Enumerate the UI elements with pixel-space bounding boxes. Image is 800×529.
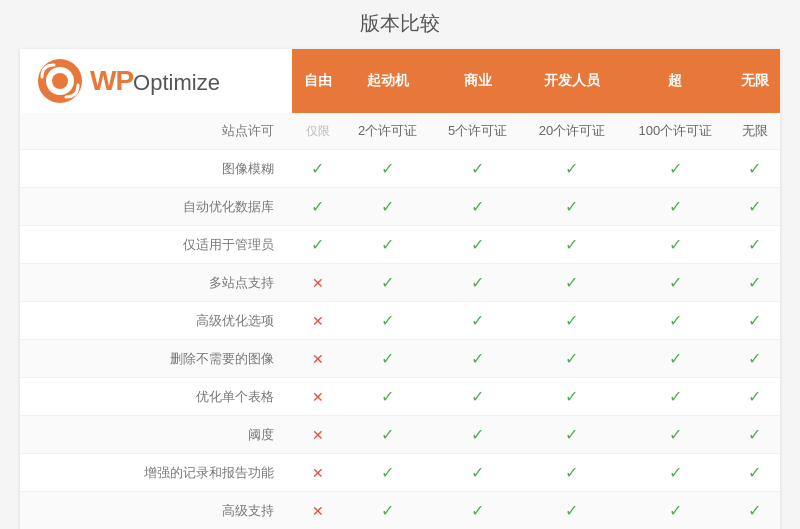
check-icon: ✓ <box>565 236 578 253</box>
cell-7-2: ✓ <box>433 378 523 416</box>
check-icon: ✓ <box>565 160 578 177</box>
feature-label: 自动优化数据库 <box>20 188 292 226</box>
cell-0-5: 无限 <box>730 113 781 150</box>
cell-6-5: ✓ <box>730 340 781 378</box>
check-icon: ✓ <box>381 464 394 481</box>
check-icon: ✓ <box>748 236 761 253</box>
table-row: 仅适用于管理员✓✓✓✓✓✓ <box>20 226 780 264</box>
cell-1-4: ✓ <box>621 150 729 188</box>
cell-2-2: ✓ <box>433 188 523 226</box>
logo-cell: WPOptimize <box>20 49 292 113</box>
cell-3-5: ✓ <box>730 226 781 264</box>
cross-icon: ✕ <box>312 427 324 443</box>
check-icon: ✓ <box>669 160 682 177</box>
check-icon: ✓ <box>311 160 324 177</box>
cell-10-5: ✓ <box>730 492 781 530</box>
cell-4-3: ✓ <box>522 264 621 302</box>
check-icon: ✓ <box>669 464 682 481</box>
check-icon: ✓ <box>748 312 761 329</box>
table-row: 自动优化数据库✓✓✓✓✓✓ <box>20 188 780 226</box>
check-icon: ✓ <box>471 426 484 443</box>
cell-8-0: ✕ <box>292 416 342 454</box>
feature-label: 增强的记录和报告功能 <box>20 454 292 492</box>
cell-10-0: ✕ <box>292 492 342 530</box>
cell-7-3: ✓ <box>522 378 621 416</box>
check-icon: ✓ <box>471 502 484 519</box>
page-title: 版本比较 <box>20 10 780 37</box>
cell-4-5: ✓ <box>730 264 781 302</box>
check-icon: ✓ <box>748 350 761 367</box>
check-icon: ✓ <box>669 502 682 519</box>
table-row: 图像模糊✓✓✓✓✓✓ <box>20 150 780 188</box>
check-icon: ✓ <box>748 464 761 481</box>
col-header-3: 开发人员 <box>522 49 621 113</box>
cell-3-0: ✓ <box>292 226 342 264</box>
cell-8-3: ✓ <box>522 416 621 454</box>
feature-label: 图像模糊 <box>20 150 292 188</box>
cell-3-2: ✓ <box>433 226 523 264</box>
check-icon: ✓ <box>471 274 484 291</box>
feature-label: 阈度 <box>20 416 292 454</box>
check-icon: ✓ <box>565 464 578 481</box>
cell-0-4: 100个许可证 <box>621 113 729 150</box>
check-icon: ✓ <box>748 388 761 405</box>
cell-6-1: ✓ <box>343 340 433 378</box>
page-container: 版本比较 WPOptimize <box>20 10 780 529</box>
col-header-5: 无限 <box>730 49 781 113</box>
cell-0-3: 20个许可证 <box>522 113 621 150</box>
cell-9-2: ✓ <box>433 454 523 492</box>
cell-6-3: ✓ <box>522 340 621 378</box>
check-icon: ✓ <box>565 274 578 291</box>
cell-9-0: ✕ <box>292 454 342 492</box>
check-icon: ✓ <box>669 198 682 215</box>
check-icon: ✓ <box>669 426 682 443</box>
feature-label: 高级优化选项 <box>20 302 292 340</box>
check-icon: ✓ <box>565 312 578 329</box>
check-icon: ✓ <box>381 236 394 253</box>
check-icon: ✓ <box>311 198 324 215</box>
check-icon: ✓ <box>381 160 394 177</box>
check-icon: ✓ <box>381 388 394 405</box>
cell-3-3: ✓ <box>522 226 621 264</box>
cell-9-1: ✓ <box>343 454 433 492</box>
cell-7-5: ✓ <box>730 378 781 416</box>
feature-label: 优化单个表格 <box>20 378 292 416</box>
cell-7-4: ✓ <box>621 378 729 416</box>
svg-point-2 <box>52 73 68 89</box>
cell-4-0: ✕ <box>292 264 342 302</box>
logo-wp: WP <box>90 65 133 97</box>
feature-label: 高级支持 <box>20 492 292 530</box>
cell-9-5: ✓ <box>730 454 781 492</box>
check-icon: ✓ <box>381 426 394 443</box>
check-icon: ✓ <box>381 350 394 367</box>
check-icon: ✓ <box>471 160 484 177</box>
check-icon: ✓ <box>471 464 484 481</box>
cell-10-3: ✓ <box>522 492 621 530</box>
check-icon: ✓ <box>471 198 484 215</box>
check-icon: ✓ <box>748 502 761 519</box>
check-icon: ✓ <box>471 236 484 253</box>
feature-label: 多站点支持 <box>20 264 292 302</box>
check-icon: ✓ <box>565 350 578 367</box>
check-icon: ✓ <box>748 426 761 443</box>
cell-2-3: ✓ <box>522 188 621 226</box>
table-row: 优化单个表格✕✓✓✓✓✓ <box>20 378 780 416</box>
cross-icon: ✕ <box>312 275 324 291</box>
cell-7-1: ✓ <box>343 378 433 416</box>
cell-6-4: ✓ <box>621 340 729 378</box>
cell-1-3: ✓ <box>522 150 621 188</box>
cell-10-2: ✓ <box>433 492 523 530</box>
cell-6-2: ✓ <box>433 340 523 378</box>
cell-2-1: ✓ <box>343 188 433 226</box>
cross-icon: ✕ <box>312 465 324 481</box>
cell-10-1: ✓ <box>343 492 433 530</box>
cell-1-2: ✓ <box>433 150 523 188</box>
logo-icon <box>36 57 84 105</box>
check-icon: ✓ <box>565 388 578 405</box>
check-icon: ✓ <box>471 350 484 367</box>
check-icon: ✓ <box>669 350 682 367</box>
table-row: 高级支持✕✓✓✓✓✓ <box>20 492 780 530</box>
cell-0-1: 2个许可证 <box>343 113 433 150</box>
cell-8-4: ✓ <box>621 416 729 454</box>
check-icon: ✓ <box>669 274 682 291</box>
